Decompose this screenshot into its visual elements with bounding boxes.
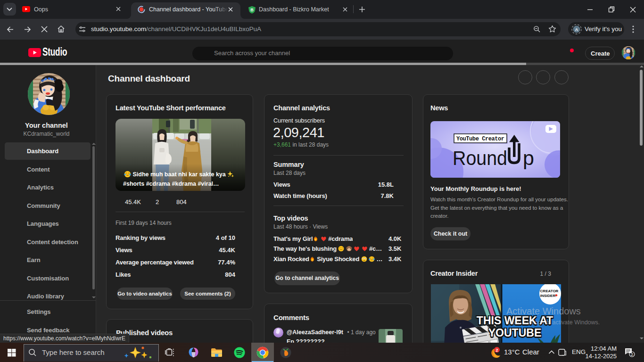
svg-text:2: 2 <box>631 352 633 357</box>
svg-text:YouTube Creator: YouTube Creator <box>456 136 504 142</box>
svg-text:Round: Round <box>453 147 507 169</box>
svg-text:2: 2 <box>495 348 498 353</box>
svg-text:CREATOR: CREATOR <box>540 289 559 293</box>
svg-text:A: A <box>575 27 578 32</box>
svg-text:p: p <box>523 147 534 169</box>
svg-text:B: B <box>250 8 254 12</box>
svg-text:INSIDER: INSIDER <box>540 294 556 298</box>
